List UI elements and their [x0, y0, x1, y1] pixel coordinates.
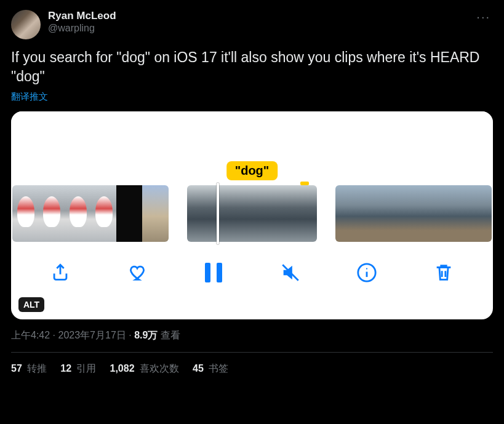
- clip-frame: [116, 185, 142, 242]
- author-handle: @warpling: [48, 22, 474, 34]
- svg-point-2: [366, 268, 367, 270]
- clip-frame: [239, 185, 265, 242]
- clip-frame: [388, 185, 414, 242]
- tweet-date[interactable]: 2023年7月17日: [58, 330, 126, 340]
- pause-icon: [205, 263, 222, 282]
- clip-frame: [466, 185, 492, 242]
- tweet-container: Ryan McLeod @warpling ··· If you search …: [0, 0, 504, 375]
- clip-group[interactable]: [335, 185, 492, 242]
- translate-link[interactable]: 翻译推文: [11, 91, 48, 103]
- tweet-meta: 上午4:42 · 2023年7月17日 · 8.9万 查看: [11, 329, 493, 342]
- video-timeline[interactable]: [12, 185, 492, 242]
- author-display-name: Ryan McLeod: [48, 10, 474, 22]
- bookmarks-stat[interactable]: 45 书签: [193, 362, 228, 375]
- clip-frame: [65, 185, 90, 242]
- clip-frame: [265, 185, 291, 242]
- clip-frame: [142, 185, 168, 242]
- clip-frame: [38, 185, 64, 242]
- media-toolbar: [11, 242, 493, 303]
- share-icon: [50, 262, 71, 283]
- clip-frame: [439, 185, 465, 242]
- pause-button[interactable]: [202, 261, 225, 284]
- retweets-stat[interactable]: 57 转推: [11, 362, 47, 375]
- clip-frame: [187, 185, 213, 242]
- media-top-panel: "dog": [11, 111, 493, 185]
- heart-icon: [127, 262, 148, 283]
- more-button[interactable]: ···: [474, 10, 493, 24]
- search-term-badge: "dog": [226, 161, 278, 180]
- tweet-text: If you search for "dog" on iOS 17 it'll …: [11, 48, 493, 86]
- clip-frame: [291, 185, 317, 242]
- share-button[interactable]: [49, 261, 72, 284]
- views-count: 8.9万: [134, 330, 158, 340]
- playhead[interactable]: [217, 183, 219, 244]
- tweet-time[interactable]: 上午4:42: [11, 330, 50, 340]
- clip-group[interactable]: [12, 185, 169, 242]
- clip-frame: [90, 185, 116, 242]
- clip-frame: [12, 185, 38, 242]
- views-label: 查看: [158, 330, 180, 340]
- media-card[interactable]: "dog": [11, 111, 493, 319]
- likes-stat[interactable]: 1,082 喜欢次数: [110, 362, 180, 375]
- delete-button[interactable]: [432, 261, 455, 284]
- clip-frame: [414, 185, 439, 242]
- avatar[interactable]: [11, 10, 41, 39]
- trash-icon: [433, 262, 454, 283]
- alt-badge[interactable]: ALT: [18, 297, 44, 312]
- info-button[interactable]: [355, 261, 378, 284]
- tweet-stats: 57 转推 12 引用 1,082 喜欢次数 45 书签: [11, 353, 493, 375]
- like-button[interactable]: [126, 261, 149, 284]
- tweet-header: Ryan McLeod @warpling ···: [11, 10, 493, 39]
- author-names[interactable]: Ryan McLeod @warpling: [48, 10, 474, 34]
- quotes-stat[interactable]: 12 引用: [60, 362, 96, 375]
- clip-frame: [335, 185, 361, 242]
- clip-frame: [362, 185, 388, 242]
- info-icon: [356, 262, 377, 283]
- speaker-muted-icon: [280, 262, 301, 283]
- mute-button[interactable]: [279, 261, 302, 284]
- clip-group[interactable]: [187, 185, 317, 242]
